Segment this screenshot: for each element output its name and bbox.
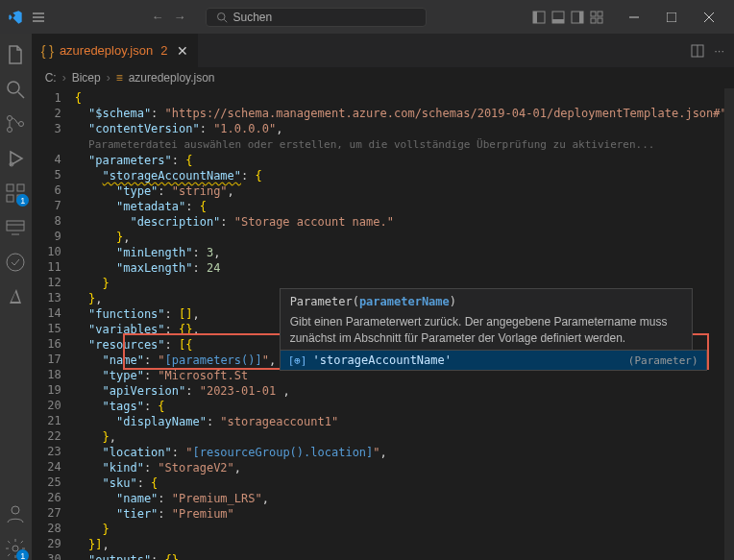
chevron-right-icon: › — [107, 71, 110, 85]
parameter-icon: [⊕] — [288, 354, 307, 367]
line-number-gutter: 123 456789101112131415161718192021222324… — [32, 88, 75, 560]
sig-param: parameterName — [359, 295, 450, 308]
breadcrumb-file[interactable]: azuredeploy.json — [129, 71, 215, 85]
svg-line-1 — [224, 19, 227, 22]
nav-forward-icon[interactable]: → — [174, 10, 186, 24]
svg-point-0 — [217, 12, 225, 20]
explorer-icon[interactable] — [4, 43, 27, 66]
layout-panel-left-icon[interactable] — [531, 10, 547, 25]
editor-area: { } azuredeploy.json 2 ✕ ··· C: › Bicep … — [32, 34, 734, 560]
svg-rect-5 — [552, 19, 564, 23]
svg-point-16 — [8, 82, 19, 93]
svg-rect-10 — [591, 18, 596, 23]
maximize-button[interactable] — [654, 4, 689, 31]
titlebar: ← → Suchen — [0, 0, 734, 34]
json-file-icon: ≡ — [116, 71, 123, 85]
extensions-icon[interactable]: 1 — [4, 182, 27, 205]
activity-bar: 1 1 — [0, 34, 32, 560]
layout-panel-right-icon[interactable] — [570, 10, 585, 25]
suggestion-kind: (Parameter) — [628, 354, 698, 367]
svg-line-17 — [18, 92, 24, 98]
chevron-right-icon: › — [62, 71, 66, 85]
tab-modified-count: 2 — [160, 43, 167, 58]
svg-rect-8 — [591, 12, 596, 16]
search-icon — [216, 12, 228, 23]
search-placeholder: Suchen — [233, 11, 273, 24]
svg-point-18 — [8, 116, 12, 121]
tab-bar: { } azuredeploy.json 2 ✕ ··· — [32, 34, 734, 67]
search-activity-icon[interactable] — [4, 78, 27, 101]
tooltip-description: Gibt einen Parameterwert zurück. Der ang… — [290, 314, 682, 347]
settings-badge: 1 — [16, 549, 29, 560]
svg-rect-22 — [7, 184, 13, 191]
minimize-button[interactable] — [617, 4, 651, 31]
suggestion-name: 'storageAccountName' — [313, 353, 453, 367]
minimap-scrollbar[interactable] — [724, 88, 734, 560]
azure-icon[interactable] — [4, 285, 27, 308]
svg-rect-7 — [579, 12, 583, 23]
settings-gear-icon[interactable]: 1 — [4, 537, 27, 560]
svg-point-29 — [7, 254, 24, 271]
layout-panel-bottom-icon[interactable] — [550, 10, 566, 25]
svg-point-19 — [8, 128, 12, 133]
code-editor[interactable]: 123 456789101112131415161718192021222324… — [32, 88, 734, 560]
breadcrumb-folder[interactable]: Bicep — [72, 71, 101, 85]
breadcrumb[interactable]: C: › Bicep › ≡ azuredeploy.json — [32, 67, 734, 88]
parameter-hint-tooltip: Parameter(parameterName) Gibt einen Para… — [280, 288, 693, 353]
svg-point-20 — [19, 122, 24, 127]
sig-prefix: Parameter( — [290, 295, 359, 308]
split-editor-icon[interactable] — [691, 44, 704, 58]
sig-suffix: ) — [450, 295, 456, 308]
layout-customize-icon[interactable] — [589, 10, 604, 25]
breadcrumb-root[interactable]: C: — [45, 71, 57, 85]
more-actions-icon[interactable]: ··· — [714, 43, 724, 58]
suggestion-item[interactable]: [⊕] 'storageAccountName' (Parameter) — [281, 351, 706, 370]
svg-rect-25 — [17, 184, 24, 191]
testing-icon[interactable] — [4, 251, 27, 274]
nav-back-icon[interactable]: ← — [152, 10, 164, 24]
close-button[interactable] — [692, 4, 726, 31]
source-control-icon[interactable] — [4, 112, 27, 135]
account-icon[interactable] — [4, 502, 27, 525]
suggestion-popup[interactable]: [⊕] 'storageAccountName' (Parameter) — [280, 350, 707, 371]
svg-rect-9 — [598, 12, 602, 16]
debug-icon[interactable] — [4, 147, 27, 170]
vscode-logo-icon — [8, 10, 23, 25]
tab-close-icon[interactable]: ✕ — [177, 43, 188, 59]
svg-rect-23 — [7, 195, 13, 202]
search-box[interactable]: Suchen — [206, 8, 427, 27]
json-file-icon: { } — [41, 43, 54, 59]
menu-icon[interactable] — [31, 10, 46, 25]
svg-rect-13 — [667, 12, 676, 22]
tab-azuredeploy[interactable]: { } azuredeploy.json 2 ✕ — [32, 34, 200, 67]
svg-rect-11 — [598, 18, 602, 23]
svg-rect-3 — [533, 12, 537, 23]
extensions-badge: 1 — [16, 194, 29, 207]
remote-icon[interactable] — [4, 216, 27, 239]
svg-point-30 — [12, 506, 19, 514]
svg-rect-26 — [7, 221, 24, 231]
tab-filename: azuredeploy.json — [60, 43, 153, 58]
